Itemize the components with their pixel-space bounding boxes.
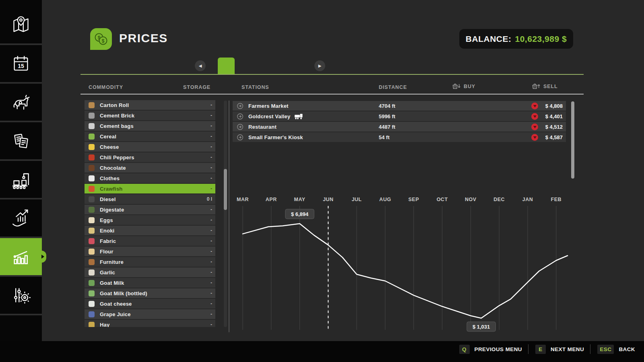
footer-key-hint[interactable]: Q PREVIOUS MENU — [459, 344, 522, 354]
commodity-name: Cement bags — [100, 123, 211, 129]
station-row[interactable]: Restaurant 4487 ft $ 4,512 — [233, 122, 566, 132]
commodity-icon — [89, 154, 95, 160]
commodity-row[interactable]: Digestate - — [85, 205, 215, 214]
header-divider — [80, 94, 584, 95]
tab-underline — [80, 74, 584, 75]
commodity-row[interactable]: Flour - — [85, 247, 215, 256]
key-chip: ESC — [597, 345, 614, 354]
balance-display: BALANCE: 10,623,989 $ — [459, 29, 573, 49]
commodity-name: Grape Juice — [100, 311, 211, 317]
sidebar-item-calendar[interactable]: 15 — [0, 45, 42, 84]
commodity-row[interactable]: Cereal - — [85, 132, 215, 141]
tab[interactable] — [235, 58, 252, 74]
svg-text:$: $ — [102, 38, 105, 44]
commodity-row[interactable]: Diesel 0 l — [85, 194, 215, 204]
commodity-name: Chocolate — [100, 165, 211, 171]
commodity-row[interactable]: Cement Brick - — [85, 111, 215, 120]
station-row[interactable]: Farmers Market 4704 ft $ 4,808 — [233, 101, 566, 111]
commodity-storage-value: - — [211, 249, 212, 254]
commodity-icon — [89, 322, 95, 327]
station-name: Farmers Market — [248, 103, 289, 109]
commodity-row[interactable]: Crawfish - — [85, 184, 215, 193]
tab[interactable] — [285, 58, 302, 74]
price-line — [243, 224, 568, 318]
commodity-row[interactable]: Goat Milk (bottled) - — [85, 288, 215, 298]
sidebar-item-contracts[interactable] — [0, 122, 42, 161]
commodity-row[interactable]: Goat cheese - — [85, 299, 215, 309]
column-header-distance: DISTANCE — [379, 84, 407, 90]
commodity-row[interactable]: Chocolate - — [85, 163, 215, 173]
cow-icon — [10, 91, 32, 113]
commodity-storage-value: - — [211, 144, 212, 150]
tab[interactable] — [268, 58, 285, 74]
station-distance: 4487 ft — [379, 124, 395, 130]
station-row[interactable]: Small Farmer's Kiosk 54 ft $ 4,587 — [233, 132, 566, 142]
chart-month-label: MAY — [294, 197, 305, 202]
commodity-row[interactable]: Furniture - — [85, 257, 215, 267]
commodity-icon — [89, 186, 95, 192]
stations-scrollbar-thumb[interactable] — [571, 101, 574, 179]
chart-month-label: MAR — [237, 197, 249, 202]
commodity-row[interactable]: Cement bags - — [85, 121, 215, 131]
commodity-row[interactable]: Carton Roll - — [85, 100, 215, 110]
column-header-sell: SELL — [532, 83, 558, 90]
goto-station-icon — [237, 123, 244, 130]
commodity-storage-value: 0 l — [207, 196, 212, 202]
station-row[interactable]: Goldcrest Valley 5996 ft $ 4,401 — [233, 111, 566, 121]
commodity-storage-value: - — [211, 134, 212, 139]
commodity-row[interactable]: Goat Milk - — [85, 278, 215, 288]
commodity-icon — [89, 144, 95, 150]
commodity-row[interactable]: Hay - — [85, 320, 215, 327]
station-name: Small Farmer's Kiosk — [248, 134, 303, 140]
balance-value: 10,623,989 $ — [515, 34, 567, 44]
chart-month-label: AUG — [379, 197, 391, 202]
station-distance: 4704 ft — [379, 103, 395, 109]
station-sell-group: $ 4,401 — [531, 113, 563, 120]
footer-key-hint[interactable]: ESC BACK — [590, 344, 635, 354]
commodity-icon — [89, 259, 95, 265]
sidebar-item-animals[interactable] — [0, 84, 42, 122]
station-sell-group: $ 4,587 — [531, 134, 563, 141]
commodity-storage-value: - — [211, 280, 212, 286]
active-notch — [38, 251, 46, 263]
station-distance: 54 ft — [379, 134, 390, 140]
key-action-label: BACK — [619, 346, 635, 352]
station-sell-price: $ 4,401 — [542, 113, 563, 119]
sidebar-item-production[interactable] — [0, 161, 42, 200]
footer-key-hint[interactable]: E NEXT MENU — [528, 344, 584, 354]
commodity-icon — [89, 175, 95, 181]
commodity-row[interactable]: Garlic - — [85, 267, 215, 277]
commodity-row[interactable]: Eggs - — [85, 215, 215, 225]
train-icon — [294, 113, 303, 119]
sidebar-item-finances[interactable] — [0, 200, 42, 238]
commodity-icon — [89, 249, 95, 255]
commodity-storage-value: - — [211, 154, 212, 160]
tabs-next-arrow-icon[interactable]: ▶ — [314, 60, 325, 71]
station-sell-group: $ 4,512 — [531, 123, 563, 130]
tab[interactable] — [252, 58, 268, 74]
commodity-row[interactable]: Fabric - — [85, 236, 215, 246]
sidebar-item-map[interactable] — [0, 6, 42, 45]
price-trend-down-icon — [531, 134, 538, 141]
production-icon — [10, 168, 32, 191]
commodity-storage-value: - — [211, 165, 212, 171]
commodity-storage-value: - — [211, 123, 212, 129]
commodity-row[interactable]: Chili Peppers - — [85, 152, 215, 162]
tabs-prev-arrow-icon[interactable]: ◀ — [195, 60, 206, 71]
commodity-row[interactable]: Enoki - — [85, 226, 215, 235]
key-chip: Q — [459, 345, 470, 354]
commodity-row[interactable]: Clothes - — [85, 173, 215, 183]
commodity-storage-value: - — [211, 175, 212, 181]
commodity-icon — [89, 165, 95, 171]
page-title: PRICES — [119, 31, 168, 45]
commodity-name: Carton Roll — [100, 102, 211, 108]
tab[interactable] — [218, 58, 235, 74]
commodity-row[interactable]: Cheese - — [85, 142, 215, 152]
commodity-name: Goat Milk — [100, 280, 211, 286]
commodity-storage-value: - — [211, 259, 212, 265]
sidebar-item-statistics[interactable] — [0, 238, 42, 277]
stations-list: Farmers Market 4704 ft $ 4,808 Goldcrest… — [233, 101, 566, 143]
sidebar-item-settings[interactable] — [0, 277, 42, 315]
commodity-row[interactable]: Grape Juice - — [85, 309, 215, 319]
commodity-name: Cheese — [100, 144, 211, 150]
